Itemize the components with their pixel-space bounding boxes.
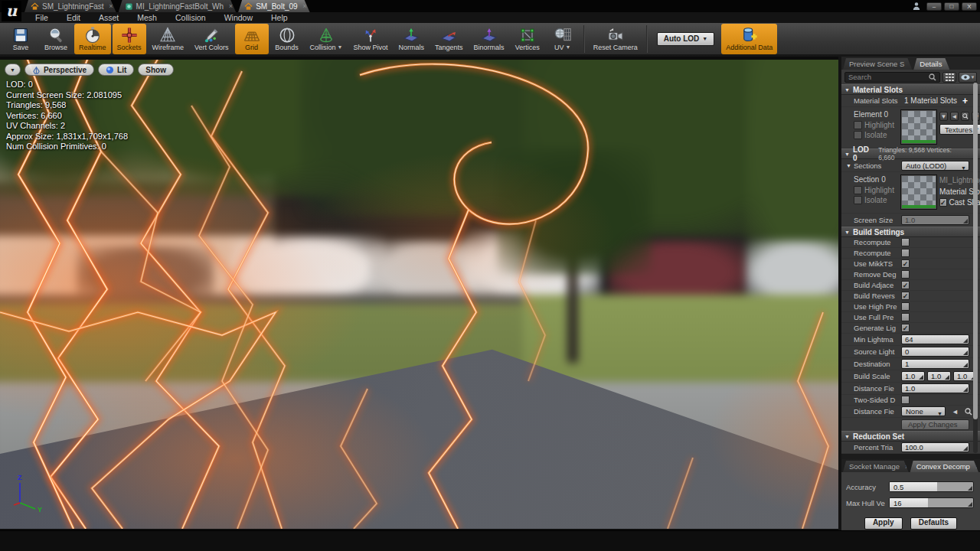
preview-viewport[interactable]: ▼ Perspective Lit Show LOD: 0Current Scr…	[0, 60, 840, 529]
search-input[interactable]: Search	[844, 72, 940, 83]
close-icon[interactable]: ×	[905, 463, 909, 471]
binormals-button[interactable]: Binormals	[469, 24, 509, 54]
menu-collision[interactable]: Collision	[166, 13, 215, 22]
show-label: Show	[145, 66, 166, 74]
auto-lod-dropdown[interactable]: Auto LOD▼	[657, 32, 715, 46]
show-pivot-button[interactable]: Show Pivot	[349, 24, 393, 54]
bounds-button[interactable]: Bounds	[270, 24, 304, 54]
checkbox[interactable]	[901, 396, 910, 404]
build-scale-input[interactable]: 1.0	[927, 371, 951, 381]
normals-button[interactable]: Normals	[394, 24, 430, 54]
bottom-tab-convex-decomp[interactable]: Convex Decomp×	[910, 461, 978, 472]
checkbox[interactable]	[901, 238, 910, 246]
use-selected-icon[interactable]: ◄	[952, 408, 959, 416]
max-hull-verts-slider[interactable]: 16	[889, 497, 974, 508]
distance-field-dropdown[interactable]: None▼	[901, 406, 946, 416]
percent-triangles-input[interactable]: 100.0	[901, 442, 969, 452]
use-selected-icon[interactable]: ◄	[950, 112, 959, 121]
bottom-tab-socket-manage[interactable]: Socket Manage×	[843, 461, 909, 472]
stat-line: Triangles: 9,568	[6, 100, 128, 111]
details-tab-details[interactable]: iDetails	[913, 58, 949, 70]
close-button[interactable]: X	[962, 2, 977, 11]
numeric-input[interactable]: 0	[901, 347, 969, 357]
house-icon	[31, 2, 39, 11]
perspective-button[interactable]: Perspective	[24, 64, 94, 76]
checkbox[interactable]: ✓	[901, 292, 910, 300]
maximize-button[interactable]: □	[944, 2, 959, 11]
close-icon[interactable]: ×	[302, 2, 306, 10]
details-search-row: Search ▼	[841, 70, 980, 84]
numeric-input[interactable]: 1.0	[901, 383, 969, 393]
details-tab-preview-scene-s[interactable]: iPreview Scene S	[843, 58, 912, 70]
lit-button[interactable]: Lit	[98, 64, 134, 76]
close-icon[interactable]: ×	[109, 2, 113, 10]
isolate-checkbox[interactable]	[854, 196, 862, 204]
menu-asset[interactable]: Asset	[90, 13, 128, 22]
cast-shadow-checkbox[interactable]: ✓	[939, 198, 947, 207]
display-filter-button[interactable]	[942, 72, 956, 83]
checkbox[interactable]: ✓	[901, 281, 910, 289]
vertices-button[interactable]: Vertices	[511, 24, 544, 54]
reduction-settings-header[interactable]: ▼ Reduction Set	[841, 431, 980, 442]
checkbox[interactable]: ✓	[901, 259, 910, 268]
menu-file[interactable]: File	[26, 13, 57, 22]
minimize-button[interactable]: –	[926, 2, 942, 11]
grid-button[interactable]: Grid	[235, 24, 269, 54]
build-settings-header[interactable]: ▼ Build Settings	[841, 227, 980, 237]
material-dropdown-button[interactable]: ▼	[939, 112, 948, 121]
checkbox[interactable]	[901, 249, 910, 257]
menu-mesh[interactable]: Mesh	[128, 13, 166, 22]
checkbox[interactable]	[901, 302, 910, 311]
highlight-checkbox[interactable]	[854, 186, 862, 194]
collision-button[interactable]: Collision▼	[305, 24, 348, 54]
grid-icon	[243, 26, 261, 43]
checkbox[interactable]	[901, 270, 910, 279]
person-icon[interactable]	[912, 2, 921, 11]
highlight-checkbox[interactable]	[854, 121, 862, 129]
accuracy-slider[interactable]: 0.5	[889, 481, 974, 492]
menu-window[interactable]: Window	[215, 13, 262, 22]
asset-tab-SM_LightningFast[interactable]: SM_LightningFast×	[24, 0, 116, 12]
asset-tab-MI_LightningFastBolt_Wh[interactable]: MI_LightningFastBolt_Wh×	[119, 0, 237, 12]
expander-icon: ▼	[844, 230, 850, 235]
additional-data-button[interactable]: Additional Data	[721, 24, 777, 54]
show-button[interactable]: Show	[138, 64, 174, 76]
apply-changes-button[interactable]: Apply Changes	[901, 419, 969, 430]
browse-button[interactable]: Browse	[39, 24, 73, 54]
add-material-slot-button[interactable]: +	[962, 96, 968, 106]
checkbox[interactable]	[901, 313, 910, 321]
scrollbar-thumb[interactable]	[973, 83, 978, 419]
save-button[interactable]: Save	[4, 24, 38, 54]
gizmo-y-label: Y	[38, 506, 42, 514]
wireframe-button[interactable]: Wireframe	[148, 24, 189, 54]
menu-edit[interactable]: Edit	[57, 13, 90, 22]
save-icon	[11, 26, 30, 43]
details-scrollbar[interactable]	[973, 81, 978, 453]
defaults-button[interactable]: Defaults	[910, 517, 957, 530]
close-icon[interactable]: ×	[975, 463, 978, 471]
lod-picker-dropdown[interactable]: Auto (LOD0) ▼	[901, 161, 969, 171]
material-thumbnail[interactable]	[901, 110, 936, 144]
build-scale-input[interactable]: 1.0	[901, 371, 925, 381]
isolate-checkbox[interactable]	[854, 131, 862, 139]
asset-tab-SM_Bolt_09[interactable]: SM_Bolt_09×	[238, 0, 309, 12]
numeric-input[interactable]: 1	[901, 359, 969, 369]
vert-colors-button[interactable]: Vert Colors	[190, 24, 234, 54]
close-icon[interactable]: ×	[229, 2, 233, 10]
lod0-header[interactable]: ▼ LOD 0 Triangles: 9,568 Vertices: 6,660	[841, 148, 980, 159]
numeric-input[interactable]: 64	[901, 334, 969, 344]
tangents-button[interactable]: Tangents	[430, 24, 468, 54]
browse-to-asset-icon[interactable]	[961, 112, 969, 121]
sockets-button[interactable]: Sockets	[113, 24, 146, 54]
checkbox[interactable]: ✓	[901, 324, 910, 332]
menu-help[interactable]: Help	[262, 13, 297, 22]
browse-to-asset-icon[interactable]	[965, 408, 972, 416]
realtime-button[interactable]: Realtime	[74, 24, 111, 54]
uv-button[interactable]: UV▼	[546, 24, 580, 54]
reset-camera-button[interactable]: Reset Camera	[589, 24, 642, 54]
section-material-thumbnail[interactable]	[901, 175, 936, 209]
viewport-options-button[interactable]: ▼	[5, 64, 21, 76]
material-slots-header[interactable]: ▼ Material Slots	[841, 84, 980, 95]
apply-button[interactable]: Apply	[864, 517, 903, 530]
normals-icon	[402, 26, 420, 43]
